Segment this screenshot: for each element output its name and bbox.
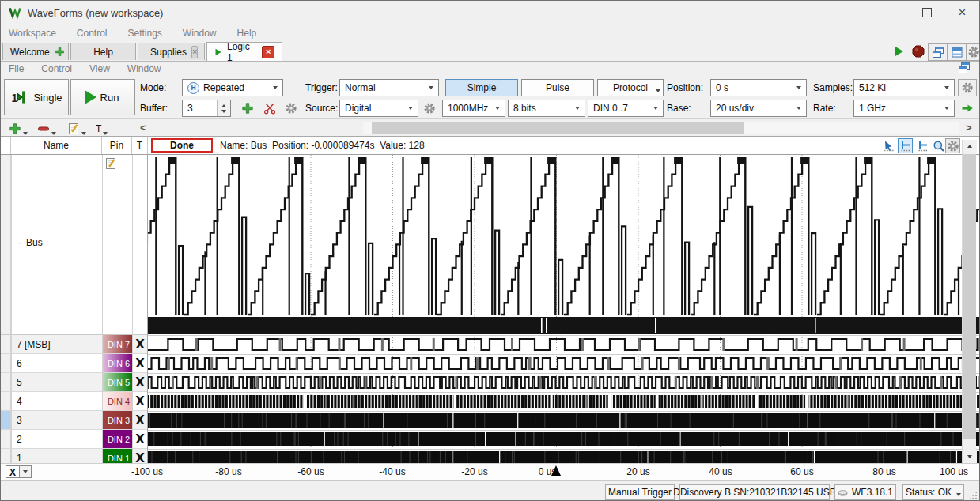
samples-select[interactable]: 512 Ki (853, 79, 955, 96)
bus-row[interactable]: - Bus (1, 155, 148, 335)
zoom-tool-button[interactable] (931, 138, 946, 153)
single-button[interactable]: Single (4, 79, 69, 115)
simple-trigger-button[interactable]: Simple (445, 79, 518, 96)
scroll-down-button[interactable] (963, 450, 977, 463)
close-button[interactable]: × (944, 1, 980, 24)
tab-help[interactable]: Help (70, 43, 136, 60)
axis-channel-selector[interactable]: X (6, 465, 32, 478)
rate-select[interactable]: 1 GHz (853, 100, 955, 117)
run-button[interactable]: Run (70, 79, 135, 115)
vertical-scrollbar[interactable] (962, 140, 976, 463)
menu-window-2[interactable]: Window (127, 63, 161, 74)
signal-row-1[interactable]: 1 DIN 1 X (1, 449, 148, 463)
float-window-button[interactable] (958, 62, 974, 76)
row-select-strip[interactable] (1, 354, 11, 372)
tab-supplies[interactable]: Supplies × (138, 43, 205, 60)
header-t[interactable]: T (132, 137, 148, 154)
add-tab-icon[interactable] (55, 47, 65, 57)
plot-options-button[interactable] (945, 138, 960, 153)
run-all-button[interactable] (890, 43, 908, 59)
trigger-x[interactable]: X (132, 354, 148, 373)
remove-channel-button[interactable] (37, 121, 56, 135)
status-ok-button[interactable]: Status: OK (902, 484, 964, 500)
signal-row-3[interactable]: 3 DIN 3 X (1, 411, 148, 430)
scroll-up-button[interactable] (963, 140, 977, 153)
menu-help[interactable]: Help (237, 28, 257, 39)
version-button[interactable]: WF3.18.1 (834, 484, 896, 500)
stop-all-button[interactable] (909, 43, 927, 59)
samples-options-button[interactable] (958, 79, 977, 96)
bus-name[interactable]: Bus (26, 237, 43, 248)
trigger-position-marker[interactable] (551, 465, 561, 476)
trigger-column-button[interactable]: T (96, 121, 108, 135)
apply-rate-button[interactable] (958, 100, 977, 117)
workspace-options-button[interactable] (966, 43, 980, 61)
menu-window[interactable]: Window (183, 28, 217, 39)
header-name[interactable]: Name (11, 137, 102, 154)
tab-welcome[interactable]: Welcome (2, 43, 69, 60)
signal-row-5[interactable]: 5 DIN 5 X (1, 373, 148, 392)
row-select-strip[interactable] (1, 411, 11, 429)
measure-2-button[interactable] (915, 138, 930, 153)
trigger-x[interactable]: X (132, 411, 148, 430)
device-button[interactable]: DDiscovery B SN:210321B32145 USB (679, 484, 830, 500)
tab-logic-1[interactable]: Logic 1 × (206, 42, 282, 61)
position-select[interactable]: 0 s (710, 79, 807, 96)
menu-workspace[interactable]: Workspace (9, 28, 56, 39)
close-tab-icon[interactable]: × (191, 46, 198, 58)
row-select-strip[interactable] (1, 335, 11, 353)
menu-control[interactable]: Control (77, 28, 108, 39)
header-pin[interactable]: Pin (102, 137, 132, 154)
trigger-x[interactable]: X (132, 335, 148, 354)
trigger-x[interactable]: X (132, 449, 148, 463)
vscroll-thumb[interactable] (963, 154, 976, 439)
horizontal-scrollbar[interactable] (363, 122, 959, 134)
source-select[interactable]: Digital (339, 100, 418, 117)
scroll-right-icon[interactable]: > (966, 121, 972, 135)
source-options-button[interactable] (421, 100, 438, 117)
row-select-strip[interactable] (1, 449, 11, 463)
row-select-strip[interactable] (1, 392, 11, 410)
row-select-strip[interactable] (1, 155, 11, 334)
split-view-button[interactable] (947, 43, 967, 61)
remove-buffer-button[interactable] (260, 100, 279, 117)
stepper-arrows[interactable] (217, 100, 230, 116)
din-range-select[interactable]: DIN 0..7 (588, 100, 664, 117)
bus-collapse-toggle[interactable]: - (18, 237, 21, 248)
minimize-button[interactable] (873, 1, 909, 24)
bits-select[interactable]: 8 bits (508, 100, 585, 117)
cascade-windows-button[interactable] (928, 43, 948, 61)
trigger-select[interactable]: Normal (339, 79, 439, 96)
trigger-x[interactable]: X (132, 392, 148, 411)
quick-measure-button[interactable] (898, 138, 913, 153)
maximize-button[interactable] (909, 1, 944, 24)
protocol-trigger-button[interactable]: Protocol (597, 79, 664, 96)
notepad-pencil-icon[interactable] (104, 157, 117, 170)
trigger-x[interactable]: X (132, 430, 148, 449)
hscroll-thumb[interactable] (372, 122, 744, 134)
edit-channel-button[interactable] (67, 121, 86, 135)
mode-select[interactable]: H Repeated (182, 79, 283, 96)
frequency-select[interactable]: 1000MHz (442, 100, 505, 117)
row-select-strip[interactable] (1, 373, 11, 391)
menu-file[interactable]: File (9, 63, 24, 74)
signal-row-7[interactable]: 7 [MSB] DIN 7 X (1, 335, 148, 354)
pointer-tool-button[interactable] (881, 138, 896, 153)
manual-trigger-button[interactable]: Manual Trigger (605, 484, 675, 500)
waveform-plot[interactable] (148, 155, 980, 463)
buffer-options-button[interactable] (282, 100, 301, 117)
collapse-left-icon[interactable]: < (140, 121, 146, 135)
add-channel-button[interactable] (9, 121, 28, 135)
menu-view[interactable]: View (89, 63, 110, 74)
base-select[interactable]: 20 us/div (710, 100, 807, 117)
menu-settings[interactable]: Settings (128, 28, 162, 39)
signal-row-6[interactable]: 6 DIN 6 X (1, 354, 148, 373)
buffer-stepper[interactable]: 3 (182, 100, 231, 117)
resize-grip[interactable] (968, 491, 978, 500)
menu-control-2[interactable]: Control (41, 63, 72, 74)
pulse-trigger-button[interactable]: Pulse (521, 79, 594, 96)
signal-row-4[interactable]: 4 DIN 4 X (1, 392, 148, 411)
close-tab-icon[interactable]: × (262, 46, 274, 58)
signal-row-2[interactable]: 2 DIN 2 X (1, 430, 148, 449)
row-select-strip[interactable] (1, 430, 11, 448)
